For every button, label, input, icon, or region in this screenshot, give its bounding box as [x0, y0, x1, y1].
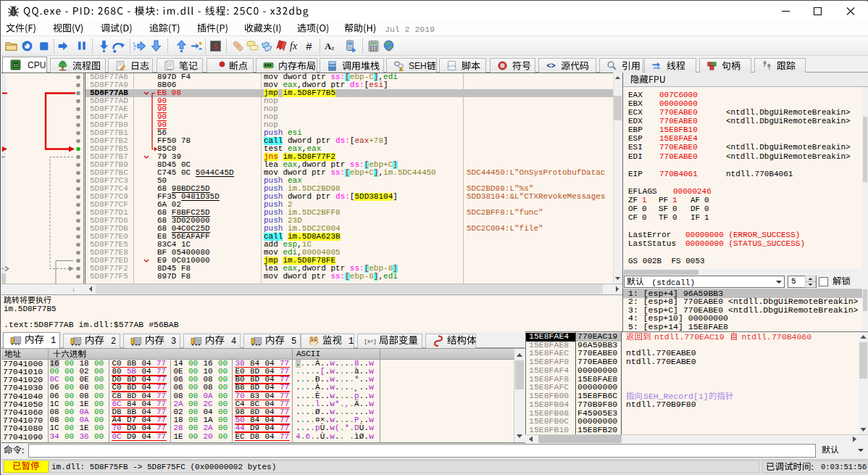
- svg-text:[x=]: [x=]: [364, 339, 376, 344]
- svg-text:32: 32: [13, 63, 17, 67]
- svg-text:</>: </>: [448, 64, 456, 69]
- svg-text:<>: <>: [546, 62, 555, 70]
- svg-text:z: z: [332, 44, 335, 51]
- svg-text:A: A: [325, 41, 332, 51]
- svg-text:#: #: [306, 41, 312, 52]
- svg-text:S: S: [213, 42, 218, 51]
- svg-text:fx: fx: [290, 41, 298, 51]
